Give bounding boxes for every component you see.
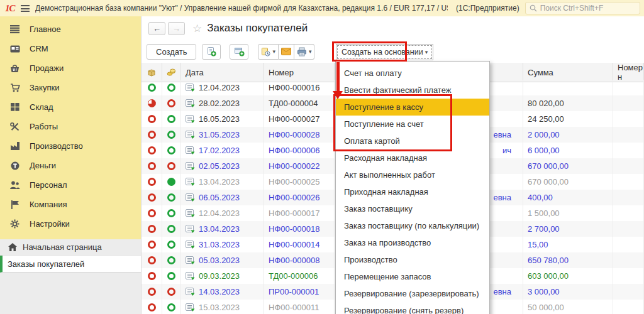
shipment-status-icon xyxy=(148,162,156,170)
order-number-cell xyxy=(613,252,644,268)
shipment-status-cell xyxy=(142,174,162,190)
number-cell: НФ00-000008 xyxy=(264,252,335,268)
sidebar-item[interactable]: Продажи xyxy=(0,58,141,78)
create-based-on-button[interactable]: Создать на основании ▾ xyxy=(336,44,433,60)
sidebar-item[interactable]: Склад xyxy=(0,97,141,117)
menu-item[interactable]: Акт выполненных работ xyxy=(336,166,489,183)
menu-item[interactable]: Расходная накладная xyxy=(336,149,489,166)
menu-item[interactable]: Заказ на производство xyxy=(336,234,489,251)
payment-status-icon xyxy=(167,115,175,123)
sum-cell: 670 000,00 xyxy=(523,158,613,174)
payment-status-cell xyxy=(162,190,181,205)
payment-status-icon xyxy=(167,146,175,154)
number-cell: НФ00-000014 xyxy=(264,237,335,252)
number-cell: НФ00-000006 xyxy=(264,143,335,158)
sidebar-item[interactable]: Настройки xyxy=(0,214,141,234)
shipment-status-icon xyxy=(148,84,156,92)
menu-item[interactable]: Оплата картой xyxy=(336,133,489,149)
payment-status-cell xyxy=(162,221,181,237)
warehouse-grid-icon xyxy=(9,102,20,112)
create-copy-button[interactable] xyxy=(202,44,221,60)
sidebar-item-label: Работы xyxy=(30,122,58,131)
sidebar-item[interactable]: CRM xyxy=(0,39,141,58)
order-number-cell xyxy=(613,127,644,143)
menu-item[interactable]: Резервирование (снять резерв) xyxy=(336,302,489,314)
payment-status-icon xyxy=(167,162,175,170)
favorite-star-icon[interactable]: ☆ xyxy=(192,22,202,35)
payment-status-cell xyxy=(162,284,181,300)
back-button[interactable]: ← xyxy=(148,22,165,35)
date-cell: 06.05.2023 xyxy=(181,190,264,205)
hamburger-menu-icon[interactable] xyxy=(21,5,30,12)
payment-status-icon xyxy=(167,193,175,202)
forward-button[interactable]: → xyxy=(168,22,185,35)
sidebar-item[interactable]: Деньги xyxy=(0,156,141,175)
menu-item[interactable]: Производство xyxy=(336,251,489,268)
shipment-status-cell xyxy=(142,221,162,237)
menu-item[interactable]: Заказ поставщику xyxy=(336,200,489,217)
shipment-status-cell xyxy=(142,158,162,174)
number-cell: ПР00-000001 xyxy=(264,284,335,300)
menu-item[interactable]: Поступление на счет xyxy=(336,116,489,133)
order-number-cell xyxy=(613,221,644,237)
date-cell: 17.02.2023 xyxy=(181,143,264,158)
sidebar-item[interactable]: Закупки xyxy=(0,78,141,97)
date-cell: 16.05.2023 xyxy=(181,111,264,127)
send-email-button[interactable] xyxy=(279,44,294,60)
print-button[interactable]: ▾ xyxy=(294,44,315,60)
menu-item[interactable]: Заказ поставщику (по калькуляции) xyxy=(336,217,489,234)
shipment-status-icon xyxy=(148,131,156,139)
payment-status-icon xyxy=(167,178,175,186)
document-icon xyxy=(186,178,195,186)
number-cell: НФ00-000016 xyxy=(264,80,335,95)
sidebar-menu: ГлавноеCRMПродажиЗакупкиСкладРаботыПроиз… xyxy=(0,16,141,239)
shipment-status-icon xyxy=(148,303,156,311)
shipment-status-icon xyxy=(148,288,156,296)
menu-item[interactable]: Поступление в кассу xyxy=(336,99,489,116)
document-clock-icon xyxy=(261,47,270,57)
home-icon xyxy=(8,243,17,251)
sidebar-item[interactable]: Компания xyxy=(0,195,141,214)
number-cell: НФ00-000011 xyxy=(264,300,335,314)
shipment-status-icon xyxy=(148,178,156,186)
menu-item[interactable]: Перемещение запасов xyxy=(336,268,489,285)
order-number-cell xyxy=(613,174,644,190)
shipment-status-icon xyxy=(148,99,156,107)
date-cell: 31.05.2023 xyxy=(181,127,264,143)
sidebar-item[interactable]: Производство xyxy=(0,136,141,156)
menu-item[interactable]: Резервирование (зарезервировать) xyxy=(336,285,489,302)
menu-item[interactable]: Ввести фактический платеж xyxy=(336,82,489,99)
document-icon xyxy=(186,256,195,264)
shipment-status-cell xyxy=(142,143,162,158)
shipment-status-cell xyxy=(142,205,162,221)
sidebar-item-home[interactable]: Начальная страница xyxy=(0,239,141,256)
sidebar-item[interactable]: Главное xyxy=(0,19,141,39)
number-cell: ТД00-000006 xyxy=(264,268,335,284)
sidebar: ГлавноеCRMПродажиЗакупкиСкладРаботыПроиз… xyxy=(0,16,142,314)
order-number-cell xyxy=(613,284,644,300)
sum-cell: 2 700,00 xyxy=(523,221,613,237)
document-icon xyxy=(186,272,195,280)
order-number-cell xyxy=(613,190,644,205)
shipment-status-cell xyxy=(142,252,162,268)
search-input[interactable]: Поиск Ctrl+Shift+F xyxy=(525,2,640,14)
date-cell: 09.03.2023 xyxy=(181,268,264,284)
create-button[interactable]: Создать xyxy=(147,44,196,60)
sum-cell: 670 000,00 xyxy=(523,174,613,190)
tab-customer-orders[interactable]: Заказы покупателей xyxy=(0,256,141,273)
document-icon xyxy=(186,131,195,139)
sidebar-item[interactable]: Персонал xyxy=(0,175,141,195)
number-cell: НФ00-000018 xyxy=(264,221,335,237)
payment-status-icon xyxy=(167,272,175,280)
menu-item[interactable]: Приходная накладная xyxy=(336,183,489,200)
production-factory-icon xyxy=(9,141,20,151)
main-menu-icon xyxy=(9,24,20,35)
document-icon xyxy=(186,241,195,249)
postpone-button[interactable]: ▾ xyxy=(258,44,279,60)
menu-item[interactable]: Счет на оплату xyxy=(336,65,489,82)
document-icon xyxy=(186,225,195,233)
sidebar-item[interactable]: Работы xyxy=(0,117,141,136)
date-cell: 31.03.2023 xyxy=(181,237,264,252)
caret-down-icon: ▾ xyxy=(425,49,428,55)
new-window-button[interactable] xyxy=(230,44,248,60)
